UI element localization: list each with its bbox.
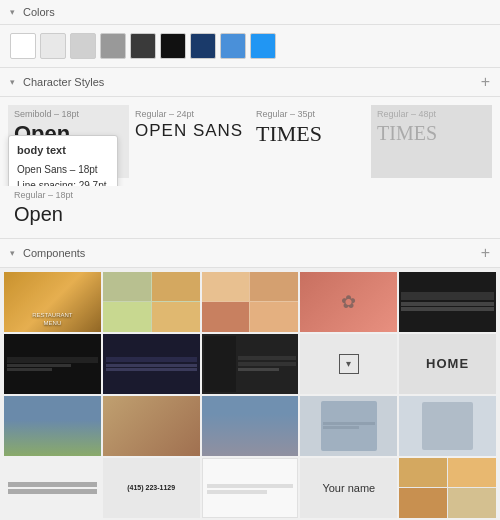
char-style-preview-5: Open	[14, 202, 132, 226]
component-home-text[interactable]: HOME	[399, 334, 496, 394]
char-styles-section-header[interactable]: ▾ Character Styles +	[0, 68, 500, 97]
component-food-grid[interactable]	[202, 272, 299, 332]
your-name-text: Your name	[322, 482, 375, 494]
component-landscape2[interactable]	[202, 396, 299, 456]
components-grid: RESTAURANTMENU ✿	[0, 268, 500, 520]
colors-chevron-icon: ▾	[10, 7, 15, 17]
components-section: ▾ Components + RESTAURANTMENU	[0, 239, 500, 520]
component-chevron-down[interactable]: ▾	[300, 334, 397, 394]
swatch-light-gray-2[interactable]	[70, 33, 96, 59]
component-food-collage[interactable]	[103, 272, 200, 332]
home-label: HOME	[426, 356, 469, 371]
component-food-wide2[interactable]	[103, 396, 200, 456]
component-dark-layout[interactable]	[399, 272, 496, 332]
swatch-bright-blue[interactable]	[250, 33, 276, 59]
char-style-open-sans-regular[interactable]: Regular – 24pt OPEN SANS	[129, 105, 250, 178]
colors-section-header[interactable]: ▾ Colors	[0, 0, 500, 25]
components-section-label: Components	[23, 247, 85, 259]
char-style-times-regular-48[interactable]: Regular – 48pt TIMES	[371, 105, 492, 178]
component-food-1[interactable]: RESTAURANTMENU	[4, 272, 101, 332]
colors-content	[0, 25, 500, 68]
tooltip-line-2: Line spacing: 29.7pt	[17, 178, 109, 186]
char-style-tooltip: body text Open Sans – 18pt Line spacing:…	[8, 135, 118, 186]
char-styles-grid: Semibold – 18pt Open Sans body text Open…	[0, 97, 500, 186]
char-style-open-sans-18[interactable]: Regular – 18pt Open	[8, 186, 138, 230]
component-landscape-wide[interactable]	[4, 396, 101, 456]
component-light-strip[interactable]	[202, 458, 299, 518]
char-style-label-1: Semibold – 18pt	[14, 109, 123, 119]
components-add-button[interactable]: +	[481, 245, 490, 261]
color-swatches-container	[10, 33, 490, 59]
component-flower[interactable]: ✿	[300, 272, 397, 332]
swatch-light-gray-1[interactable]	[40, 33, 66, 59]
component-your-name[interactable]: Your name	[300, 458, 397, 518]
character-styles-section: ▾ Character Styles + Semibold – 18pt Ope…	[0, 68, 500, 239]
char-style-preview-2: OPEN SANS	[135, 121, 244, 141]
colors-section-label: Colors	[23, 6, 55, 18]
component-dark-menu[interactable]	[4, 334, 101, 394]
main-panel: ▾ Colors ▾ Character Styles +	[0, 0, 500, 520]
tooltip-title: body text	[17, 142, 109, 160]
char-styles-chevron-icon: ▾	[10, 77, 15, 87]
char-style-times-regular-35[interactable]: Regular – 35pt TIMES	[250, 105, 371, 178]
swatch-black[interactable]	[160, 33, 186, 59]
char-style-preview-4: TIMES	[377, 121, 486, 145]
phone-number-text: (415) 223-1129	[127, 484, 175, 491]
components-chevron-icon: ▾	[10, 248, 15, 258]
char-style-preview-3: TIMES	[256, 121, 365, 147]
component-phone-layout[interactable]	[300, 396, 397, 456]
component-food-collage2[interactable]	[399, 458, 496, 518]
char-style-label-3: Regular – 35pt	[256, 109, 365, 119]
char-styles-row2: Regular – 18pt Open	[0, 186, 500, 238]
swatch-dark-blue[interactable]	[190, 33, 216, 59]
component-dark-sidebar[interactable]	[202, 334, 299, 394]
chevron-down-icon: ▾	[339, 354, 359, 374]
swatch-medium-gray[interactable]	[100, 33, 126, 59]
char-styles-add-button[interactable]: +	[481, 74, 490, 90]
char-style-label-5: Regular – 18pt	[14, 190, 132, 200]
swatch-blue[interactable]	[220, 33, 246, 59]
component-dark-simple[interactable]	[103, 334, 200, 394]
char-styles-section-label: Character Styles	[23, 76, 104, 88]
components-section-header[interactable]: ▾ Components +	[0, 239, 500, 268]
swatch-white[interactable]	[10, 33, 36, 59]
char-style-label-2: Regular – 24pt	[135, 109, 244, 119]
tooltip-line-1: Open Sans – 18pt	[17, 162, 109, 178]
char-style-label-4: Regular – 48pt	[377, 109, 486, 119]
swatch-dark-gray[interactable]	[130, 33, 156, 59]
component-phone-number[interactable]: (415) 223-1129	[103, 458, 200, 518]
component-phone-layout2[interactable]	[399, 396, 496, 456]
char-style-open-sans-semibold[interactable]: Semibold – 18pt Open Sans body text Open…	[8, 105, 129, 178]
component-stripe-bar[interactable]	[4, 458, 101, 518]
